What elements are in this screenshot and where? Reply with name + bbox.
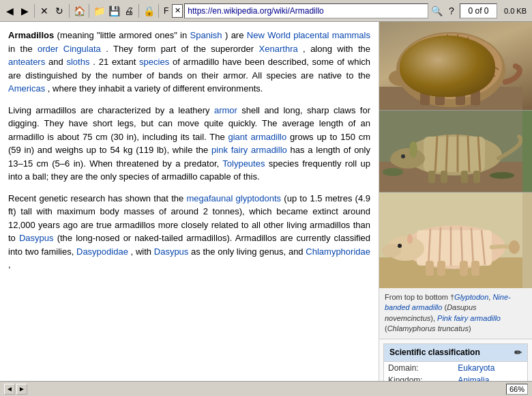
caption-chlamyphorus-italic: Chlamyphorus truncatus bbox=[387, 324, 469, 333]
bookmark-button[interactable]: 📁 bbox=[92, 4, 106, 18]
svg-line-3 bbox=[417, 46, 427, 82]
svg-point-16 bbox=[383, 168, 403, 176]
link-order-cingulata[interactable]: order Cingulata bbox=[38, 44, 101, 54]
svg-point-17 bbox=[490, 172, 514, 179]
svg-rect-29 bbox=[428, 171, 435, 183]
scroll-left-button[interactable]: ◄ bbox=[4, 384, 15, 395]
svg-rect-9 bbox=[420, 90, 430, 105]
print-button[interactable]: 🖨 bbox=[122, 4, 136, 18]
link-tolypeutes[interactable]: Tolypeutes bbox=[222, 158, 265, 169]
content-area: Armadillos (meaning "little armored ones… bbox=[0, 22, 532, 381]
paragraph-2: Living armadillos are characterized by a… bbox=[8, 104, 370, 184]
security-button[interactable]: 🔒 bbox=[142, 4, 156, 18]
svg-rect-10 bbox=[435, 90, 445, 105]
image-caption: From top to bottom †Glyptodon, Nine-band… bbox=[379, 288, 532, 339]
file-size: 0.0 KB bbox=[499, 7, 529, 15]
svg-rect-31 bbox=[461, 171, 468, 183]
toolbar-separator-2 bbox=[69, 4, 70, 18]
link-dasypodidae[interactable]: Dasypodidae bbox=[76, 246, 128, 257]
link-spanish[interactable]: Spanish bbox=[190, 30, 222, 40]
svg-point-1 bbox=[396, 32, 505, 107]
svg-rect-32 bbox=[473, 171, 480, 183]
back-button[interactable]: ◀ bbox=[3, 4, 16, 18]
scroll-arrows-left: ◄ ► bbox=[4, 384, 27, 395]
svg-rect-47 bbox=[426, 261, 434, 276]
armadillos-bold: Armadillos bbox=[8, 30, 54, 40]
svg-rect-49 bbox=[460, 261, 468, 276]
page-counter: 0 of 0 bbox=[460, 3, 497, 18]
svg-line-5 bbox=[444, 34, 447, 83]
svg-point-51 bbox=[509, 240, 520, 254]
home-button[interactable]: 🏠 bbox=[72, 4, 86, 18]
link-giant-armadillo[interactable]: giant armadillo bbox=[228, 132, 286, 142]
toolbar-separator-5 bbox=[158, 4, 159, 18]
link-dasypus-2[interactable]: Dasypus bbox=[154, 246, 189, 257]
reload-button[interactable]: ↻ bbox=[53, 4, 66, 18]
svg-rect-48 bbox=[437, 261, 445, 276]
image-panel: From top to bottom †Glyptodon, Nine-band… bbox=[379, 22, 532, 381]
link-americas[interactable]: Americas bbox=[8, 83, 45, 94]
link-animalia[interactable]: Animalia bbox=[458, 376, 489, 381]
link-megafaunal-glyptodonts[interactable]: megafaunal glyptodonts bbox=[186, 193, 281, 203]
link-xenarthra[interactable]: Xenarthra bbox=[259, 44, 298, 54]
toolbar-separator-1 bbox=[34, 4, 35, 18]
address-bar bbox=[184, 3, 428, 18]
sci-class-title: Scientific classification bbox=[389, 348, 480, 357]
kingdom-label: Kingdom: bbox=[384, 374, 454, 381]
svg-line-8 bbox=[478, 46, 487, 81]
url-input[interactable] bbox=[188, 6, 425, 16]
sci-class-row-domain: Domain: Eukaryota bbox=[384, 362, 527, 374]
sci-class-table: Domain: Eukaryota Kingdom: Animalia bbox=[384, 362, 527, 381]
link-new-world-mammals[interactable]: New World placental mammals bbox=[247, 30, 370, 40]
link-caption-pink-fairy[interactable]: Pink fairy armadillo bbox=[437, 314, 501, 322]
svg-point-45 bbox=[398, 244, 402, 248]
forward-button[interactable]: ▶ bbox=[18, 4, 31, 18]
stop-button[interactable]: ✕ bbox=[38, 4, 51, 18]
edit-icon[interactable]: ✏ bbox=[514, 348, 522, 358]
svg-point-28 bbox=[409, 141, 417, 158]
link-sloths[interactable]: sloths bbox=[66, 57, 89, 67]
paragraph-1: Armadillos (meaning "little armored ones… bbox=[8, 29, 370, 96]
image-nine-banded bbox=[379, 111, 532, 193]
link-dasypus[interactable]: Dasypus bbox=[19, 233, 54, 243]
help-button[interactable]: ? bbox=[445, 4, 458, 18]
toolbar-separator-4 bbox=[138, 4, 139, 18]
text-panel: Armadillos (meaning "little armored ones… bbox=[0, 22, 379, 381]
svg-rect-19 bbox=[424, 137, 485, 172]
scroll-right-button[interactable]: ► bbox=[16, 384, 27, 395]
svg-point-2 bbox=[400, 33, 502, 99]
image-pink-fairy bbox=[379, 193, 532, 288]
svg-rect-30 bbox=[441, 171, 447, 183]
zoom-level: 66% bbox=[506, 384, 528, 395]
link-eukaryota[interactable]: Eukaryota bbox=[458, 363, 494, 373]
svg-point-46 bbox=[407, 234, 413, 244]
search-icon[interactable]: 🔍 bbox=[430, 4, 443, 18]
svg-rect-11 bbox=[456, 90, 465, 105]
link-armor[interactable]: armor bbox=[214, 105, 237, 115]
scientific-classification-box: Scientific classification ✏ Domain: Euka… bbox=[383, 343, 528, 381]
link-caption-glyptodon[interactable]: Glyptodon bbox=[454, 293, 488, 301]
sci-class-row-kingdom: Kingdom: Animalia bbox=[384, 374, 527, 381]
save-button[interactable]: 💾 bbox=[107, 4, 121, 18]
link-chlamyphoridae[interactable]: Chlamyphoridae bbox=[306, 246, 370, 257]
image-glyptodon bbox=[379, 22, 532, 111]
bookmark-label: F bbox=[162, 6, 171, 16]
svg-rect-50 bbox=[471, 261, 479, 276]
statusbar: ◄ ► 66% bbox=[0, 381, 532, 396]
link-pink-fairy-armadillo[interactable]: pink fairy armadillo bbox=[211, 145, 287, 155]
svg-line-21 bbox=[446, 135, 447, 172]
svg-rect-12 bbox=[471, 90, 480, 105]
domain-label: Domain: bbox=[384, 362, 454, 374]
svg-line-4 bbox=[430, 37, 437, 83]
svg-point-27 bbox=[401, 154, 405, 158]
toolbar-separator-3 bbox=[89, 4, 89, 18]
toolbar: ◀ ▶ ✕ ↻ 🏠 📁 💾 🖨 🔒 F ✕ 🔍 ? 0 of 0 0.0 KB bbox=[0, 0, 532, 22]
favicon: ✕ bbox=[172, 4, 183, 18]
link-anteaters[interactable]: anteaters bbox=[8, 57, 45, 67]
svg-point-13 bbox=[389, 70, 413, 86]
svg-line-7 bbox=[468, 37, 473, 83]
paragraph-3: Recent genetic research has shown that t… bbox=[8, 192, 370, 272]
svg-line-6 bbox=[458, 34, 460, 83]
link-species[interactable]: species bbox=[139, 57, 169, 67]
sci-class-header: Scientific classification ✏ bbox=[384, 344, 527, 362]
